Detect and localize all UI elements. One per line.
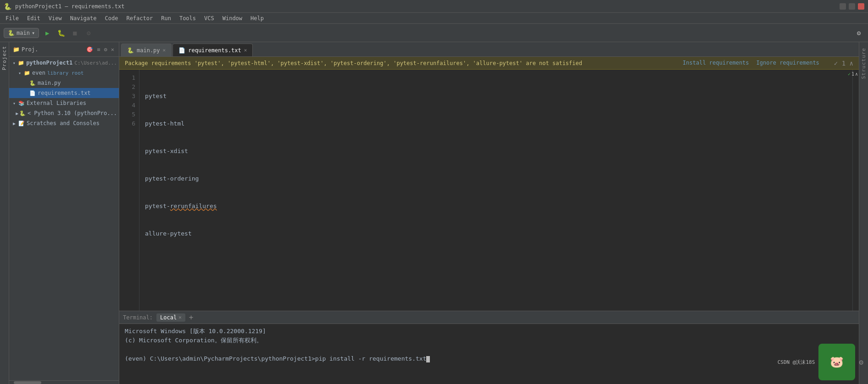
python-file-icon: 🐍 (29, 80, 36, 86)
file-tree-title: 📁 (13, 46, 20, 53)
project-folder-icon: 📁 (18, 60, 24, 66)
menu-edit[interactable]: Edit (23, 14, 44, 22)
menu-file[interactable]: File (2, 14, 22, 22)
menu-bar: File Edit View Navigate Code Refactor Ru… (0, 13, 868, 24)
project-name: pythonProject1 (26, 60, 72, 66)
tab-main-py-label: main.py (137, 47, 160, 54)
menu-code[interactable]: Code (101, 14, 122, 22)
file-tree-label: Proj. (22, 46, 38, 53)
editor-tabs: 🐍 main.py ✕ 📄 requirements.txt ✕ (119, 42, 859, 57)
window-title: pythonProject1 – requirements.txt (15, 3, 124, 10)
menu-refactor[interactable]: Refactor (122, 14, 156, 22)
right-structure-panel: Structure (859, 42, 868, 384)
project-sidebar: Project (0, 42, 9, 384)
terminal-tabs: Terminal: Local ✕ + (119, 311, 859, 324)
txt-file-icon: 📄 (29, 90, 36, 96)
minimize-button[interactable] (840, 3, 846, 10)
code-text-5: pytest-rerunfailures (145, 202, 217, 211)
local-tab-close[interactable]: ✕ (178, 314, 182, 320)
debug-button[interactable]: 🐛 (56, 27, 67, 38)
file-tree-scrollbar[interactable] (9, 380, 119, 384)
even-folder-icon: 📁 (24, 70, 30, 76)
terminal-tab-local[interactable]: Local ✕ (156, 313, 185, 322)
warning-close-button[interactable]: ✓ 1 ∧ (834, 60, 853, 67)
tree-item-requirements-txt[interactable]: 📄 requirements.txt (9, 88, 119, 98)
code-line-2: pytest-html (145, 119, 847, 128)
even-folder-name: even (32, 70, 45, 76)
title-bar: 🐍 pythonProject1 – requirements.txt (0, 0, 868, 13)
run-config-selector[interactable]: 🐍 main ▾ (4, 28, 39, 38)
menu-window[interactable]: Window (219, 14, 246, 22)
tree-close-button[interactable]: ✕ (110, 45, 115, 54)
run-config-icon: 🐍 (8, 30, 15, 36)
warning-bar: Package requirements 'pytest', 'pytest-h… (119, 57, 859, 70)
code-line-1: pytest (145, 92, 847, 101)
tree-collapse-button[interactable]: ≡ (96, 45, 101, 54)
tab-requirements-close[interactable]: ✕ (244, 47, 247, 53)
project-path-badge: C:\Users\ad... (74, 60, 117, 66)
tree-arrow-scratches: ▶ (13, 121, 18, 126)
requirements-txt-name: requirements.txt (38, 90, 91, 96)
gutter-badge: ✓ 1 ∧ (848, 71, 858, 77)
terminal-prompt: (even) C:\Users\admin\PycharmProjects\py… (125, 355, 426, 362)
menu-navigate[interactable]: Navigate (67, 14, 100, 22)
code-text-3: pytest-xdist (145, 147, 188, 156)
code-text-6: allure-pytest (145, 229, 192, 238)
coverage-button[interactable]: ⚙ (83, 27, 94, 38)
main-layout: Project 📁 Proj. 🎯 ≡ ⚙ ✕ ▾ 📁 (0, 42, 868, 384)
tree-item-even-folder[interactable]: ▾ 📁 even library root (9, 68, 119, 78)
editor-area: 🐍 main.py ✕ 📄 requirements.txt ✕ Package… (119, 42, 859, 311)
menu-tools[interactable]: Tools (176, 14, 200, 22)
close-button[interactable] (858, 3, 864, 10)
tree-item-project-root[interactable]: ▾ 📁 pythonProject1 C:\Users\ad... (9, 58, 119, 68)
bottom-panel: Terminal: Local ✕ + Microsoft Windows [版… (119, 311, 859, 384)
main-py-name: main.py (38, 80, 61, 86)
settings-button[interactable]: ⚙ (853, 27, 864, 38)
tab-main-py-icon: 🐍 (127, 47, 134, 54)
code-line-3: pytest-xdist (145, 147, 847, 156)
tree-item-scratches[interactable]: ▶ 📝 Scratches and Consoles (9, 118, 119, 128)
terminal-line-3 (125, 345, 853, 354)
terminal-label: Terminal: (123, 314, 153, 321)
add-terminal-button[interactable]: + (187, 313, 195, 322)
settings-gear-icon[interactable]: ⚙ (859, 358, 863, 367)
tree-item-external-libraries[interactable]: ▾ 📚 External Libraries (9, 98, 119, 108)
sdk-icon: 🐍 (19, 110, 26, 116)
menu-run[interactable]: Run (157, 14, 175, 22)
csdn-avatar: 🐷 (818, 344, 855, 380)
code-text-1: pytest (145, 92, 167, 101)
terminal-content[interactable]: Microsoft Windows [版本 10.0.22000.1219] (… (119, 324, 859, 384)
code-text-2: pytest-html (145, 119, 184, 128)
local-tab-label: Local (160, 314, 177, 321)
csdn-label: CSDN @沃沫18S (778, 359, 815, 366)
menu-view[interactable]: View (45, 14, 66, 22)
tab-main-py[interactable]: 🐍 main.py ✕ (121, 44, 172, 56)
tree-settings-button[interactable]: ⚙ (103, 45, 108, 54)
tree-arrow-project: ▾ (13, 60, 18, 66)
maximize-button[interactable] (849, 3, 855, 10)
tab-requirements-icon: 📄 (178, 47, 185, 54)
line-numbers: 1 2 3 4 5 6 (119, 70, 139, 311)
code-line-6: allure-pytest (145, 229, 847, 238)
gutter-scroll-up[interactable]: ∧ (855, 71, 858, 77)
ignore-requirements-button[interactable]: Ignore requirements (757, 60, 819, 67)
app-icon: 🐍 (4, 3, 11, 10)
external-libraries-name: External Libraries (27, 100, 86, 106)
tree-item-python-sdk[interactable]: ▶ 🐍 < Python 3.10 (pythonPro... (9, 108, 119, 118)
tree-locate-button[interactable]: 🎯 (85, 45, 94, 54)
code-line-4: pytest-ordering (145, 174, 847, 183)
tab-requirements-txt[interactable]: 📄 requirements.txt ✕ (172, 44, 253, 56)
run-button[interactable]: ▶ (42, 27, 53, 38)
tree-item-main-py[interactable]: 🐍 main.py (9, 78, 119, 88)
library-root-badge: library root (47, 70, 83, 76)
structure-label: Structure (861, 48, 867, 79)
file-tree-header: 📁 Proj. 🎯 ≡ ⚙ ✕ (9, 42, 119, 57)
menu-help[interactable]: Help (247, 14, 267, 22)
install-requirements-button[interactable]: Install requirements (683, 60, 749, 67)
scrollbar-thumb[interactable] (14, 381, 41, 384)
menu-vcs[interactable]: VCS (200, 14, 218, 22)
run-config-label: main (17, 30, 30, 36)
code-editor[interactable]: pytest pytest-html pytest-xdist pytest-o… (139, 70, 852, 311)
stop-button[interactable]: ■ (69, 27, 80, 38)
tab-main-py-close[interactable]: ✕ (163, 47, 166, 53)
